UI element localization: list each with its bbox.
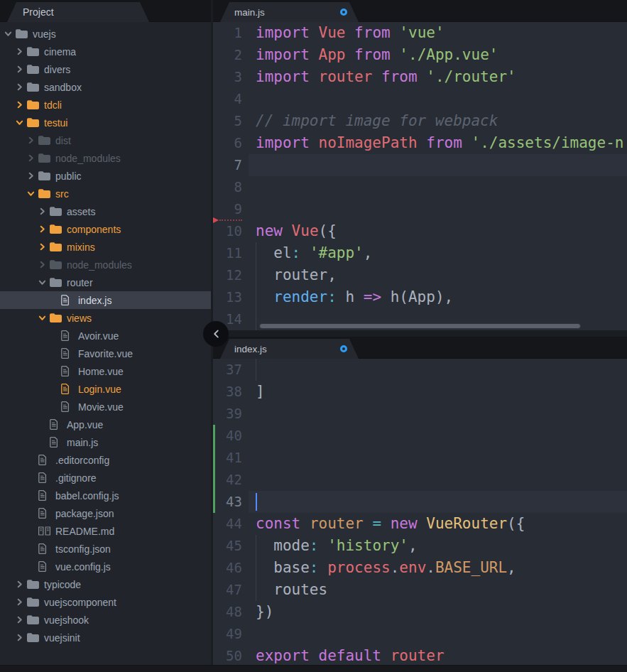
chevron-right-icon[interactable] [16, 616, 27, 624]
line-number[interactable]: 13 [213, 286, 249, 308]
line-number[interactable]: 40 [213, 425, 249, 447]
chevron-right-icon[interactable] [38, 261, 50, 269]
tree-item-typicode[interactable]: typicode [0, 575, 211, 593]
chevron-right-icon[interactable] [16, 65, 27, 73]
tab-main-js[interactable]: main.js [220, 2, 359, 22]
code-line-12[interactable]: 12 router, [213, 264, 627, 286]
code-line-48[interactable]: 48}) [213, 601, 627, 623]
code-line-42[interactable]: 42 [213, 469, 627, 491]
code-line-4[interactable]: 4 [213, 88, 627, 110]
line-number[interactable]: 11 [213, 242, 249, 264]
chevron-right-icon[interactable] [27, 136, 38, 144]
line-number[interactable]: 10 [213, 220, 249, 242]
tree-item-assets[interactable]: assets [0, 202, 211, 220]
line-number[interactable]: 45 [213, 535, 249, 557]
horizontal-scrollbar-thumb[interactable] [259, 323, 581, 329]
line-number[interactable]: 49 [213, 623, 249, 645]
code-line-47[interactable]: 47 routes [213, 579, 627, 601]
line-number[interactable]: 46 [213, 557, 249, 579]
line-number[interactable]: 47 [213, 579, 249, 601]
chevron-down-icon[interactable] [16, 119, 27, 126]
code-line-9[interactable]: 9 [213, 198, 627, 220]
tree-item-vuejs[interactable]: vuejs [0, 25, 211, 43]
code-line-8[interactable]: 8 [213, 176, 627, 198]
line-number[interactable]: 3 [213, 66, 249, 88]
tree-item-babel-config-js[interactable]: babel.config.js [0, 487, 211, 504]
line-number[interactable]: 12 [213, 264, 249, 286]
tree-item-testui[interactable]: testui [0, 114, 211, 131]
modified-indicator-icon[interactable] [340, 9, 347, 16]
line-number[interactable]: 9 [213, 198, 249, 220]
tree-item-dist[interactable]: dist [0, 131, 211, 149]
code-line-5[interactable]: 5// import image for webpack [213, 110, 627, 132]
tree-item-sandbox[interactable]: sandbox [0, 78, 211, 96]
code-line-45[interactable]: 45 mode: 'history', [213, 535, 627, 557]
line-number[interactable]: 42 [213, 469, 249, 491]
code-line-2[interactable]: 2import App from './App.vue' [213, 44, 627, 66]
line-number[interactable]: 39 [213, 403, 249, 425]
code-line-44[interactable]: 44const router = new VueRouter({ [213, 513, 627, 535]
line-number[interactable]: 6 [213, 132, 249, 154]
chevron-down-icon[interactable] [38, 314, 50, 322]
chevron-right-icon[interactable] [38, 243, 50, 251]
chevron-right-icon[interactable] [16, 598, 27, 606]
code-editor-main-js[interactable]: 1import Vue from 'vue'2import App from '… [213, 22, 627, 330]
line-number[interactable]: 37 [213, 359, 249, 381]
code-line-11[interactable]: 11 el: '#app', [213, 242, 627, 264]
tree-item-vuejshook[interactable]: vuejshook [0, 611, 211, 629]
tree-item-avoir-vue[interactable]: Avoir.vue [0, 327, 211, 345]
code-line-43[interactable]: 43 [213, 491, 627, 513]
chevron-right-icon[interactable] [16, 634, 27, 641]
line-number[interactable]: 4 [213, 88, 249, 110]
code-line-40[interactable]: 40 [213, 425, 627, 447]
tree-item-vue-config-js[interactable]: vue.config.js [0, 558, 211, 575]
code-line-37[interactable]: 37 [213, 359, 627, 381]
tree-item-src[interactable]: src [0, 185, 211, 202]
chevron-right-icon[interactable] [16, 83, 27, 91]
tree-item-main-js[interactable]: main.js [0, 433, 211, 451]
code-line-50[interactable]: 50export default router [213, 645, 627, 667]
tree-item-home-vue[interactable]: Home.vue [0, 362, 211, 380]
tree-item-vuejsinit[interactable]: vuejsinit [0, 629, 211, 646]
code-line-13[interactable]: 13 render: h => h(App), [213, 286, 627, 308]
code-line-7[interactable]: 7 [213, 154, 627, 176]
chevron-down-icon[interactable] [4, 30, 16, 38]
line-number[interactable]: 2 [213, 44, 249, 66]
tree-item-favorite-vue[interactable]: Favorite.vue [0, 345, 211, 362]
code-line-39[interactable]: 39 [213, 403, 627, 425]
tree-item-cinema[interactable]: cinema [0, 43, 211, 60]
code-line-38[interactable]: 38] [213, 381, 627, 403]
tree-item--gitignore[interactable]: .gitignore [0, 469, 211, 487]
chevron-right-icon[interactable] [16, 580, 27, 588]
chevron-down-icon[interactable] [27, 190, 38, 197]
code-line-3[interactable]: 3import router from './router' [213, 66, 627, 88]
tree-item-readme-md[interactable]: README.md [0, 522, 211, 540]
tree-item-app-vue[interactable]: App.vue [0, 416, 211, 433]
tree-item-package-json[interactable]: package.json [0, 504, 211, 522]
tree-item-index-js[interactable]: index.js [0, 291, 211, 309]
tree-item-node-modules[interactable]: node_modules [0, 256, 211, 273]
tree-item--editorconfig[interactable]: .editorconfig [0, 451, 211, 469]
tree-item-components[interactable]: components [0, 220, 211, 238]
code-line-10[interactable]: 10new Vue({ [213, 220, 627, 242]
line-number[interactable]: 8 [213, 176, 249, 198]
line-number[interactable]: 44 [213, 513, 249, 535]
chevron-right-icon[interactable] [38, 207, 50, 215]
tree-item-tsconfig-json[interactable]: tsconfig.json [0, 540, 211, 558]
tree-item-divers[interactable]: divers [0, 60, 211, 78]
tree-item-mixins[interactable]: mixins [0, 238, 211, 256]
tab-index-js[interactable]: index.js [220, 339, 359, 359]
chevron-right-icon[interactable] [38, 225, 50, 233]
line-number[interactable]: 1 [213, 22, 249, 44]
pane-resize-divider[interactable] [213, 330, 627, 337]
project-tree[interactable]: vuejscinemadiverssandboxtdclitestuidistn… [0, 22, 211, 666]
code-line-41[interactable]: 41 [213, 447, 627, 469]
code-line-1[interactable]: 1import Vue from 'vue' [213, 22, 627, 44]
code-line-49[interactable]: 49 [213, 623, 627, 645]
tree-item-tdcli[interactable]: tdcli [0, 96, 211, 114]
line-number[interactable]: 38 [213, 381, 249, 403]
tree-view-toggle-button[interactable] [203, 321, 229, 347]
tree-item-router[interactable]: router [0, 273, 211, 291]
tree-item-node-modules[interactable]: node_modules [0, 149, 211, 167]
chevron-right-icon[interactable] [27, 172, 38, 180]
